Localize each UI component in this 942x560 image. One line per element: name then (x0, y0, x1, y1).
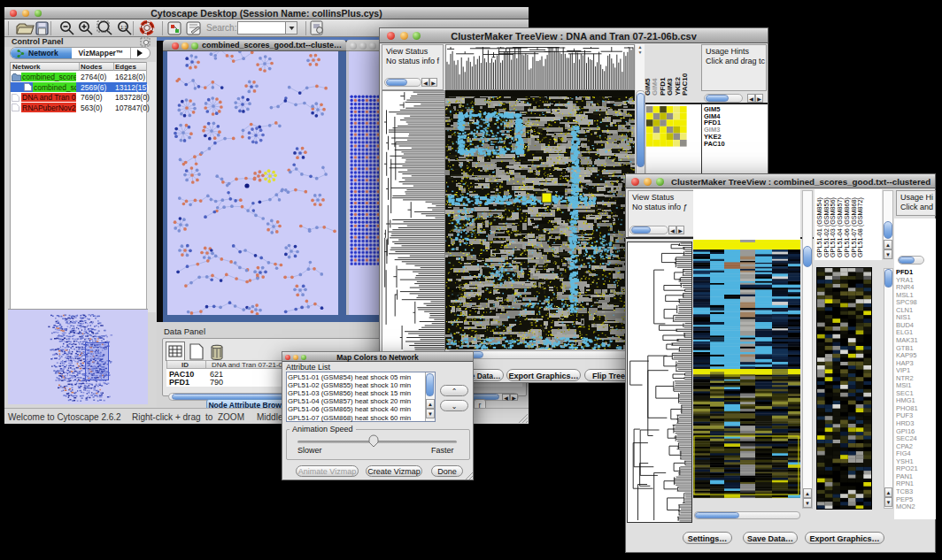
svg-text:1:1: 1:1 (120, 25, 127, 30)
svg-text:PAC10: PAC10 (681, 73, 689, 96)
svg-text:Search:: Search: (206, 23, 236, 33)
svg-text:MON2: MON2 (896, 502, 915, 510)
svg-text:GPL51-08 (GSM872): GPL51-08 (GSM872) (856, 197, 864, 257)
